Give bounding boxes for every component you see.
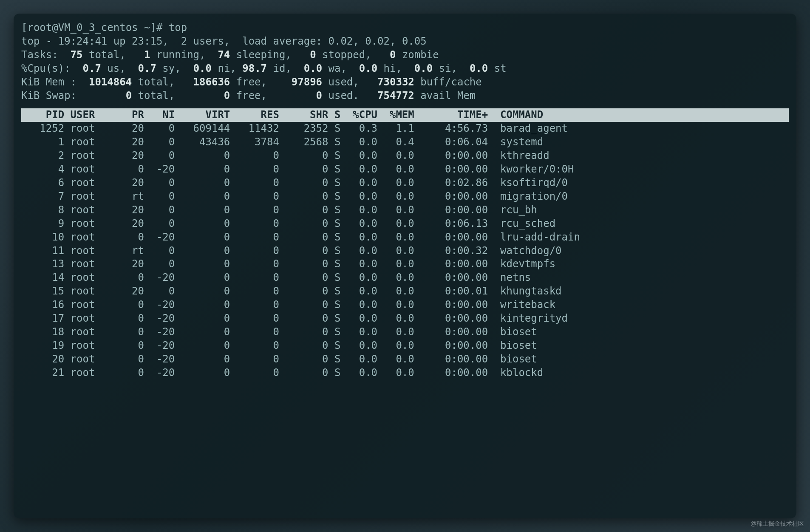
process-table: PID USER PR NI VIRT RES SHR S %CPU %MEM … xyxy=(21,108,789,379)
process-row[interactable]: 19 root 0 -20 0 0 0 S 0.0 0.0 0:00.00 bi… xyxy=(21,339,789,353)
watermark: @稀土掘金技术社区 xyxy=(751,520,804,528)
shell-prompt: [root@VM_0_3_centos ~]# top xyxy=(21,21,789,35)
process-row[interactable]: 2 root 20 0 0 0 0 S 0.0 0.0 0:00.00 kthr… xyxy=(21,149,789,163)
process-row[interactable]: 20 root 0 -20 0 0 0 S 0.0 0.0 0:00.00 bi… xyxy=(21,353,789,366)
process-row[interactable]: 6 root 20 0 0 0 0 S 0.0 0.0 0:02.86 ksof… xyxy=(21,176,789,190)
process-row[interactable]: 13 root 20 0 0 0 0 S 0.0 0.0 0:00.00 kde… xyxy=(21,258,789,271)
process-row[interactable]: 21 root 0 -20 0 0 0 S 0.0 0.0 0:00.00 kb… xyxy=(21,366,789,380)
summary-mem: KiB Mem : 1014864 total, 186636 free, 97… xyxy=(21,76,789,89)
process-row[interactable]: 10 root 0 -20 0 0 0 S 0.0 0.0 0:00.00 lr… xyxy=(21,231,789,244)
process-table-header: PID USER PR NI VIRT RES SHR S %CPU %MEM … xyxy=(21,108,789,122)
process-row[interactable]: 1 root 20 0 43436 3784 2568 S 0.0 0.4 0:… xyxy=(21,136,789,149)
process-row[interactable]: 18 root 0 -20 0 0 0 S 0.0 0.0 0:00.00 bi… xyxy=(21,325,789,339)
process-row[interactable]: 15 root 20 0 0 0 0 S 0.0 0.0 0:00.01 khu… xyxy=(21,285,789,298)
process-row[interactable]: 16 root 0 -20 0 0 0 S 0.0 0.0 0:00.00 wr… xyxy=(21,298,789,312)
process-row[interactable]: 7 root rt 0 0 0 0 S 0.0 0.0 0:00.00 migr… xyxy=(21,190,789,204)
summary-line-1: top - 19:24:41 up 23:15, 2 users, load a… xyxy=(21,35,789,48)
process-row[interactable]: 9 root 20 0 0 0 0 S 0.0 0.0 0:06.13 rcu_… xyxy=(21,217,789,231)
process-row[interactable]: 4 root 0 -20 0 0 0 S 0.0 0.0 0:00.00 kwo… xyxy=(21,163,789,176)
summary-cpu: %Cpu(s): 0.7 us, 0.7 sy, 0.0 ni, 98.7 id… xyxy=(21,62,789,76)
process-row[interactable]: 17 root 0 -20 0 0 0 S 0.0 0.0 0:00.00 ki… xyxy=(21,312,789,325)
summary-tasks: Tasks: 75 total, 1 running, 74 sleeping,… xyxy=(21,48,789,62)
process-row[interactable]: 8 root 20 0 0 0 0 S 0.0 0.0 0:00.00 rcu_… xyxy=(21,204,789,217)
process-row[interactable]: 14 root 0 -20 0 0 0 S 0.0 0.0 0:00.00 ne… xyxy=(21,271,789,285)
summary-swap: KiB Swap: 0 total, 0 free, 0 used. 75477… xyxy=(21,89,789,103)
process-row[interactable]: 11 root rt 0 0 0 0 S 0.0 0.0 0:00.32 wat… xyxy=(21,244,789,258)
terminal-window[interactable]: [root@VM_0_3_centos ~]# top top - 19:24:… xyxy=(14,14,796,518)
process-row[interactable]: 1252 root 20 0 609144 11432 2352 S 0.3 1… xyxy=(21,122,789,136)
